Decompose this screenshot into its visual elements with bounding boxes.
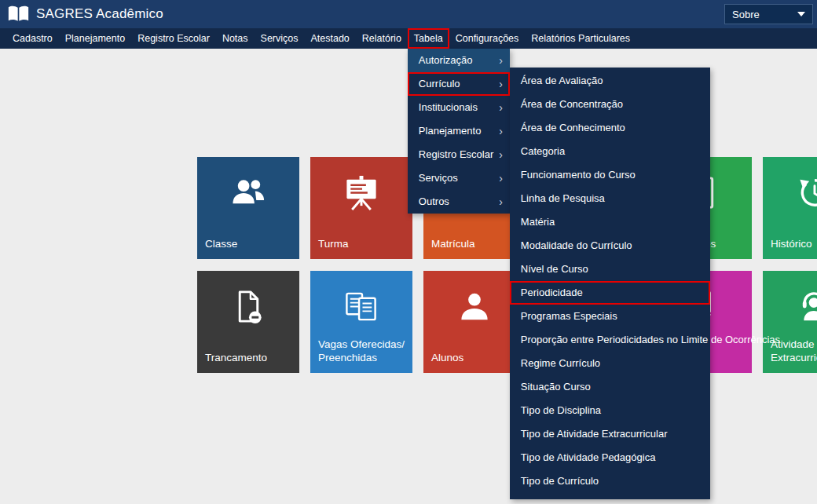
documents-icon [343, 288, 380, 325]
menubar: Cadastro Planejamento Registro Escolar N… [0, 28, 817, 49]
menu-cadastro[interactable]: Cadastro [6, 28, 59, 49]
submenu-item-tipo-de-atividade-pedagogica[interactable]: Tipo de Atividade Pedagógica [510, 446, 710, 469]
submenu-item-proporcao-entre-periodicidades[interactable]: Proporção entre Periodicidades no Limite… [510, 328, 710, 352]
app-title: SAGRES Acadêmico [36, 6, 163, 22]
submenu-item-categoria[interactable]: Categoria [510, 140, 710, 163]
app-logo-book-icon [8, 5, 29, 24]
menu-item-outros[interactable]: Outros [408, 190, 510, 214]
submenu-item-situacao-curso[interactable]: Situação Curso [510, 375, 710, 399]
people-icon [230, 174, 267, 211]
submenu-item-nivel-de-curso[interactable]: Nível de Curso [510, 257, 710, 281]
chevron-down-icon [797, 12, 805, 16]
tile-historico[interactable]: Histórico [763, 157, 817, 259]
menu-tabela-label: Tabela [414, 33, 443, 44]
tile-vagas-oferecidas-preenchidas[interactable]: Vagas Oferecidas/ Preenchidas [310, 271, 412, 373]
submenu-item-tipo-de-atividade-extracurricular[interactable]: Tipo de Atividade Extracurricular [510, 422, 710, 446]
submenu-item-area-de-conhecimento[interactable]: Área de Conhecimento [510, 116, 710, 140]
menu-configuracoes[interactable]: Configurações [449, 28, 526, 49]
menu-relatorio[interactable]: Relatório [356, 28, 408, 49]
tile-atividade-extracurricular[interactable]: Atividade Extracurricular [763, 271, 817, 373]
submenu-item-regime-curriculo[interactable]: Regime Currículo [510, 352, 710, 375]
submenu-item-modalidade-do-curriculo[interactable]: Modalidade do Currículo [510, 234, 710, 257]
menu-item-planejamento[interactable]: Planejamento [408, 119, 510, 143]
menu-item-institucionais[interactable]: Institucionais [408, 96, 510, 119]
tabela-dropdown-menu: Autorização Currículo Institucionais Pla… [408, 49, 510, 214]
history-icon [796, 174, 817, 211]
menu-servicos[interactable]: Serviços [255, 28, 305, 49]
submenu-item-periodicidade[interactable]: Periodicidade [510, 281, 710, 305]
person-icon [456, 288, 493, 325]
menu-relatorios-particulares[interactable]: Relatórios Particulares [525, 28, 636, 49]
menu-notas[interactable]: Notas [216, 28, 255, 49]
tile-classe[interactable]: Classe [197, 157, 299, 259]
menu-tabela[interactable]: Tabela Autorização Currículo Institucion… [408, 28, 449, 49]
submenu-item-area-de-avaliacao[interactable]: Área de Avaliação [510, 69, 710, 93]
tile-label: Turma [318, 238, 408, 251]
tile-label: Histórico [771, 238, 817, 251]
menu-item-autorizacao[interactable]: Autorização [408, 49, 510, 72]
tile-label: Alunos [431, 352, 522, 365]
app-header: SAGRES Acadêmico Sobre [0, 0, 817, 28]
submenu-item-funcionamento-do-curso[interactable]: Funcionamento do Curso [510, 163, 710, 187]
submenu-item-materia[interactable]: Matéria [510, 210, 710, 234]
tile-turma[interactable]: Turma [310, 157, 412, 259]
submenu-item-tipo-de-curriculo[interactable]: Tipo de Currículo [510, 469, 710, 493]
presentation-icon [343, 174, 380, 211]
submenu-item-area-de-concentracao[interactable]: Área de Concentração [510, 93, 710, 116]
tile-label: Vagas Oferecidas/ Preenchidas [318, 338, 408, 365]
tile-label: Trancamento [205, 352, 295, 365]
submenu-item-tipo-de-disciplina[interactable]: Tipo de Disciplina [510, 399, 710, 422]
menu-registro-escolar[interactable]: Registro Escolar [131, 28, 216, 49]
about-dropdown-label: Sobre [732, 9, 760, 20]
tile-label: Classe [205, 238, 295, 251]
submenu-item-programas-especiais[interactable]: Programas Especiais [510, 305, 710, 328]
about-dropdown[interactable]: Sobre [724, 4, 813, 24]
curriculo-submenu: Área de Avaliação Área de Concentração Á… [510, 68, 710, 499]
menu-atestado[interactable]: Atestado [304, 28, 355, 49]
tile-trancamento[interactable]: Trancamento [197, 271, 299, 373]
menu-item-registro-escolar[interactable]: Registro Escolar [408, 143, 510, 166]
submenu-item-linha-de-pesquisa[interactable]: Linha de Pesquisa [510, 187, 710, 210]
tile-label: Matrícula [431, 238, 522, 251]
menu-item-curriculo[interactable]: Currículo [408, 72, 510, 96]
headset-icon [796, 288, 817, 325]
menu-item-servicos[interactable]: Serviços [408, 166, 510, 190]
tile-label: es [705, 238, 748, 251]
menu-planejamento[interactable]: Planejamento [59, 28, 131, 49]
document-minus-icon [230, 288, 267, 325]
